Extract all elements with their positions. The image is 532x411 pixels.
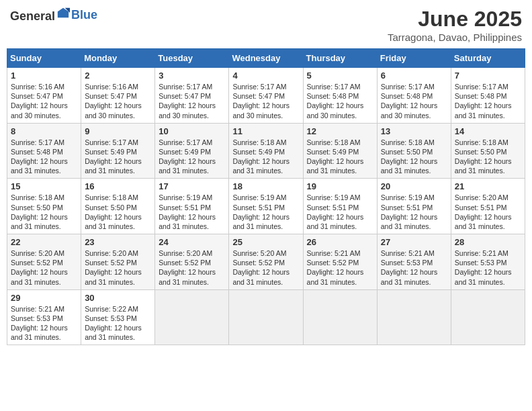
day-detail: Sunrise: 5:21 AMSunset: 5:53 PMDaylight:… <box>455 249 512 286</box>
day-detail: Sunrise: 5:20 AMSunset: 5:52 PMDaylight:… <box>159 249 216 286</box>
day-number: 25 <box>232 237 299 247</box>
weekday-wednesday: Wednesday <box>229 49 303 68</box>
day-number: 5 <box>307 71 373 81</box>
day-detail: Sunrise: 5:20 AMSunset: 5:52 PMDaylight:… <box>85 249 142 286</box>
calendar-cell: 23 Sunrise: 5:20 AMSunset: 5:52 PMDaylig… <box>81 234 155 290</box>
day-detail: Sunrise: 5:17 AMSunset: 5:48 PMDaylight:… <box>381 83 438 120</box>
day-number: 9 <box>85 126 151 136</box>
calendar-cell: 5 Sunrise: 5:17 AMSunset: 5:48 PMDayligh… <box>303 68 377 124</box>
weekday-tuesday: Tuesday <box>155 49 229 68</box>
calendar-cell: 19 Sunrise: 5:19 AMSunset: 5:51 PMDaylig… <box>303 179 377 234</box>
day-detail: Sunrise: 5:17 AMSunset: 5:48 PMDaylight:… <box>307 83 364 120</box>
calendar-cell: 15 Sunrise: 5:18 AMSunset: 5:50 PMDaylig… <box>7 179 81 234</box>
day-detail: Sunrise: 5:19 AMSunset: 5:51 PMDaylight:… <box>159 193 216 230</box>
calendar-cell <box>377 289 451 345</box>
day-detail: Sunrise: 5:18 AMSunset: 5:49 PMDaylight:… <box>307 138 364 175</box>
day-number: 10 <box>159 126 225 136</box>
month-title: June 2025 <box>388 7 522 32</box>
day-detail: Sunrise: 5:21 AMSunset: 5:52 PMDaylight:… <box>307 249 364 286</box>
calendar-cell: 1 Sunrise: 5:16 AMSunset: 5:47 PMDayligh… <box>7 68 81 124</box>
day-detail: Sunrise: 5:21 AMSunset: 5:53 PMDaylight:… <box>11 305 68 342</box>
day-number: 1 <box>11 71 77 81</box>
day-number: 23 <box>85 237 151 247</box>
day-number: 17 <box>159 181 225 191</box>
calendar-week-5: 29 Sunrise: 5:21 AMSunset: 5:53 PMDaylig… <box>7 289 525 345</box>
calendar-week-1: 1 Sunrise: 5:16 AMSunset: 5:47 PMDayligh… <box>7 68 525 124</box>
calendar-cell: 10 Sunrise: 5:17 AMSunset: 5:49 PMDaylig… <box>155 123 229 179</box>
day-number: 27 <box>381 237 447 247</box>
day-number: 15 <box>11 181 77 191</box>
day-detail: Sunrise: 5:20 AMSunset: 5:52 PMDaylight:… <box>11 249 68 286</box>
calendar-cell: 27 Sunrise: 5:21 AMSunset: 5:53 PMDaylig… <box>377 234 451 290</box>
day-detail: Sunrise: 5:21 AMSunset: 5:53 PMDaylight:… <box>381 249 438 286</box>
weekday-header-row: SundayMondayTuesdayWednesdayThursdayFrid… <box>7 49 525 68</box>
day-detail: Sunrise: 5:20 AMSunset: 5:52 PMDaylight:… <box>232 249 290 286</box>
title-area: June 2025 Tarragona, Davao, Philippines <box>388 7 522 43</box>
calendar-cell: 16 Sunrise: 5:18 AMSunset: 5:50 PMDaylig… <box>81 179 155 234</box>
day-number: 24 <box>159 237 225 247</box>
logo-blue: Blue <box>71 8 97 21</box>
day-number: 26 <box>307 237 373 247</box>
calendar-cell: 17 Sunrise: 5:19 AMSunset: 5:51 PMDaylig… <box>155 179 229 234</box>
day-number: 30 <box>85 293 151 303</box>
day-number: 28 <box>455 237 521 247</box>
day-number: 3 <box>159 71 225 81</box>
calendar-cell: 28 Sunrise: 5:21 AMSunset: 5:53 PMDaylig… <box>451 234 525 290</box>
day-detail: Sunrise: 5:16 AMSunset: 5:47 PMDaylight:… <box>85 83 142 120</box>
day-number: 7 <box>455 71 521 81</box>
day-detail: Sunrise: 5:16 AMSunset: 5:47 PMDaylight:… <box>11 83 68 120</box>
day-number: 22 <box>11 237 77 247</box>
logo: General Blue <box>10 7 97 24</box>
day-detail: Sunrise: 5:17 AMSunset: 5:47 PMDaylight:… <box>159 83 216 120</box>
logo-icon <box>56 7 70 20</box>
calendar-cell: 20 Sunrise: 5:19 AMSunset: 5:51 PMDaylig… <box>377 179 451 234</box>
day-detail: Sunrise: 5:19 AMSunset: 5:51 PMDaylight:… <box>232 193 290 230</box>
day-detail: Sunrise: 5:18 AMSunset: 5:50 PMDaylight:… <box>381 138 438 175</box>
calendar-cell <box>451 289 525 345</box>
calendar-cell: 9 Sunrise: 5:17 AMSunset: 5:49 PMDayligh… <box>81 123 155 179</box>
logo-general: General <box>10 9 55 23</box>
weekday-saturday: Saturday <box>451 49 525 68</box>
calendar-cell: 30 Sunrise: 5:22 AMSunset: 5:53 PMDaylig… <box>81 289 155 345</box>
location-title: Tarragona, Davao, Philippines <box>388 32 522 43</box>
calendar-cell: 24 Sunrise: 5:20 AMSunset: 5:52 PMDaylig… <box>155 234 229 290</box>
calendar-cell: 25 Sunrise: 5:20 AMSunset: 5:52 PMDaylig… <box>229 234 303 290</box>
day-number: 16 <box>85 181 151 191</box>
day-detail: Sunrise: 5:17 AMSunset: 5:47 PMDaylight:… <box>232 83 290 120</box>
day-number: 11 <box>232 126 299 136</box>
day-detail: Sunrise: 5:20 AMSunset: 5:51 PMDaylight:… <box>455 193 512 230</box>
calendar-cell: 29 Sunrise: 5:21 AMSunset: 5:53 PMDaylig… <box>7 289 81 345</box>
calendar-cell: 6 Sunrise: 5:17 AMSunset: 5:48 PMDayligh… <box>377 68 451 124</box>
day-detail: Sunrise: 5:18 AMSunset: 5:49 PMDaylight:… <box>232 138 290 175</box>
day-detail: Sunrise: 5:19 AMSunset: 5:51 PMDaylight:… <box>307 193 364 230</box>
day-detail: Sunrise: 5:18 AMSunset: 5:50 PMDaylight:… <box>455 138 512 175</box>
day-detail: Sunrise: 5:17 AMSunset: 5:48 PMDaylight:… <box>11 138 68 175</box>
calendar-cell: 18 Sunrise: 5:19 AMSunset: 5:51 PMDaylig… <box>229 179 303 234</box>
calendar-cell: 26 Sunrise: 5:21 AMSunset: 5:52 PMDaylig… <box>303 234 377 290</box>
calendar-cell: 2 Sunrise: 5:16 AMSunset: 5:47 PMDayligh… <box>81 68 155 124</box>
day-detail: Sunrise: 5:17 AMSunset: 5:48 PMDaylight:… <box>455 83 512 120</box>
calendar-cell: 11 Sunrise: 5:18 AMSunset: 5:49 PMDaylig… <box>229 123 303 179</box>
day-detail: Sunrise: 5:19 AMSunset: 5:51 PMDaylight:… <box>381 193 438 230</box>
day-number: 6 <box>381 71 447 81</box>
weekday-sunday: Sunday <box>7 49 81 68</box>
day-number: 13 <box>381 126 447 136</box>
calendar-cell: 14 Sunrise: 5:18 AMSunset: 5:50 PMDaylig… <box>451 123 525 179</box>
calendar-week-2: 8 Sunrise: 5:17 AMSunset: 5:48 PMDayligh… <box>7 123 525 179</box>
calendar-week-4: 22 Sunrise: 5:20 AMSunset: 5:52 PMDaylig… <box>7 234 525 290</box>
calendar-cell: 22 Sunrise: 5:20 AMSunset: 5:52 PMDaylig… <box>7 234 81 290</box>
day-detail: Sunrise: 5:17 AMSunset: 5:49 PMDaylight:… <box>85 138 142 175</box>
calendar-cell <box>155 289 229 345</box>
calendar-cell: 3 Sunrise: 5:17 AMSunset: 5:47 PMDayligh… <box>155 68 229 124</box>
calendar-cell <box>303 289 377 345</box>
page-header: General Blue June 2025 Tarragona, Davao,… <box>7 7 525 43</box>
day-detail: Sunrise: 5:18 AMSunset: 5:50 PMDaylight:… <box>85 193 142 230</box>
day-number: 29 <box>11 293 77 303</box>
calendar-cell: 13 Sunrise: 5:18 AMSunset: 5:50 PMDaylig… <box>377 123 451 179</box>
calendar-week-3: 15 Sunrise: 5:18 AMSunset: 5:50 PMDaylig… <box>7 179 525 234</box>
day-number: 20 <box>381 181 447 191</box>
calendar-table: SundayMondayTuesdayWednesdayThursdayFrid… <box>7 48 525 345</box>
calendar-cell: 8 Sunrise: 5:17 AMSunset: 5:48 PMDayligh… <box>7 123 81 179</box>
weekday-thursday: Thursday <box>303 49 377 68</box>
calendar-cell: 21 Sunrise: 5:20 AMSunset: 5:51 PMDaylig… <box>451 179 525 234</box>
